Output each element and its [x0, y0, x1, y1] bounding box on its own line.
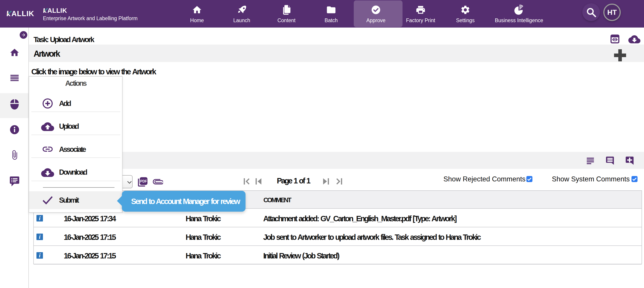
svg-text:ALLIK: ALLIK [48, 8, 67, 14]
svg-text:ALLIK: ALLIK [12, 10, 34, 18]
svg-text:PDF: PDF [140, 179, 147, 183]
